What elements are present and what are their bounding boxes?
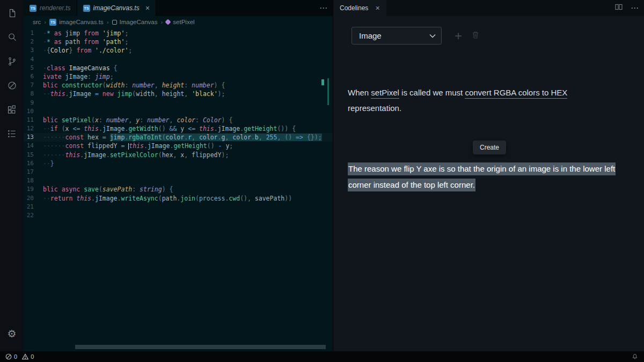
note-selected[interactable]: The reason we flip Y axe is so that the … <box>348 161 638 193</box>
code-token: jimp <box>62 29 84 37</box>
extensions-icon[interactable] <box>0 98 24 122</box>
notifications-bell[interactable] <box>631 353 639 360</box>
code-token: . <box>99 125 103 132</box>
line-number: 18 <box>24 176 43 185</box>
code-text <box>43 55 333 64</box>
code-line[interactable]: 7blic constructor(width: number, height:… <box>24 81 333 90</box>
outline-icon[interactable] <box>0 122 24 146</box>
explorer-icon[interactable] <box>0 1 24 25</box>
breadcrumb-src[interactable]: src <box>33 19 41 25</box>
code-token: path <box>62 38 84 46</box>
code-token: ( <box>162 134 166 141</box>
code-line[interactable]: 22 <box>24 211 333 220</box>
code-token: const <box>65 134 84 141</box>
note-primary[interactable]: When setPixel is called we must convert … <box>348 85 600 116</box>
code-line[interactable]: 3·{Color} from './color'; <box>24 46 333 55</box>
breadcrumb: src › TS imageCanvas.ts › ImageCanvas › … <box>24 16 333 28</box>
horizontal-scrollbar[interactable] <box>75 345 326 349</box>
trash-icon[interactable] <box>471 30 480 42</box>
code-line[interactable]: 8··this.jImage = new jimp(width, height,… <box>24 90 333 98</box>
breadcrumb-class-label: ImageCanvas <box>120 19 158 25</box>
code-line[interactable]: 2·* as path from 'path'; <box>24 38 333 46</box>
code-line[interactable]: 21 <box>24 203 333 211</box>
add-button[interactable]: + <box>455 29 462 42</box>
line-number: 11 <box>24 116 43 124</box>
code-line[interactable]: 19blic async save(savePath: string) { <box>24 185 333 194</box>
code-token: { <box>229 116 232 124</box>
code-token: ; <box>125 29 128 37</box>
code-token <box>99 29 103 37</box>
code-line[interactable]: 18 <box>24 176 333 185</box>
code-line[interactable]: 6ivate jImage: jimp; <box>24 72 333 81</box>
code-line[interactable]: 13······const hex = jimp.rgbaToInt(color… <box>24 133 333 142</box>
code-token: color <box>195 134 218 141</box>
image-dropdown[interactable]: Image <box>352 27 442 45</box>
code-token: && <box>170 125 177 132</box>
code-line[interactable]: 1·* as jimp from 'jimp'; <box>24 29 333 38</box>
code-token: b <box>255 134 259 141</box>
close-tab-icon[interactable]: × <box>375 4 379 12</box>
code-editor[interactable]: 1·* as jimp from 'jimp';2·* as path from… <box>24 28 333 351</box>
code-token: getWidth <box>128 125 158 132</box>
code-token: () <box>207 142 215 150</box>
line-number: 2 <box>24 38 43 46</box>
editor-more-actions-icon[interactable]: ⋯ <box>319 0 327 16</box>
code-token <box>91 90 95 98</box>
code-token: height <box>162 82 185 89</box>
tab-renderer-ts[interactable]: TS renderer.ts <box>24 0 77 16</box>
breadcrumb-file[interactable]: TS imageCanvas.ts <box>49 19 103 26</box>
code-token: blic <box>43 116 58 124</box>
search-icon[interactable] <box>0 25 24 49</box>
code-line[interactable]: 12··if (x <= this.jImage.getWidth() && y… <box>24 124 333 133</box>
line-number: 10 <box>24 107 43 116</box>
line-number: 8 <box>24 90 43 98</box>
code-line[interactable]: 9 <box>24 99 333 107</box>
split-editor-icon[interactable] <box>614 3 623 13</box>
code-line[interactable]: 5·class ImageCanvas { <box>24 64 333 72</box>
code-token: save <box>84 186 99 193</box>
tab-imagecanvas-ts[interactable]: TS imageCanvas.ts × <box>77 0 156 16</box>
code-token: ( <box>99 186 103 193</box>
create-button[interactable]: Create <box>473 141 506 154</box>
breadcrumb-method[interactable]: setPixel <box>166 19 194 25</box>
code-line[interactable]: 16··} <box>24 159 333 168</box>
problems-indicator[interactable]: 0 0 <box>5 353 36 360</box>
error-icon <box>5 353 12 360</box>
code-token: . <box>144 142 148 150</box>
code-token <box>262 134 266 141</box>
warning-count: 0 <box>31 353 34 360</box>
code-token: () <box>158 125 166 132</box>
code-token: * <box>47 38 50 46</box>
breadcrumb-class[interactable]: ImageCanvas <box>112 19 158 25</box>
code-line[interactable]: 10 <box>24 107 333 116</box>
settings-gear-icon[interactable]: ⚙ <box>0 322 24 346</box>
code-token: jImage <box>65 73 88 80</box>
code-token <box>106 134 110 141</box>
code-line[interactable]: 20··return this.jImage.writeAsync(path.j… <box>24 194 333 203</box>
bell-icon <box>631 353 639 360</box>
close-tab-icon[interactable]: × <box>145 4 150 12</box>
highlighted-text: corner instead of the top left corner. <box>348 179 475 191</box>
panel-more-actions-icon[interactable]: ⋯ <box>631 3 639 13</box>
code-line[interactable]: 17 <box>24 168 333 176</box>
code-token: * <box>47 29 50 37</box>
code-token: , <box>155 82 158 89</box>
code-line[interactable]: 15······this.jImage.setPixelColor(hex, x… <box>24 151 333 159</box>
source-control-icon[interactable] <box>0 49 24 73</box>
code-token <box>215 142 218 150</box>
code-token: . <box>106 151 110 159</box>
code-line[interactable]: 11blic setPixel(x: number, y: number, co… <box>24 116 333 124</box>
code-token: setPixelColor <box>110 151 158 159</box>
code-token: 255 <box>266 134 277 141</box>
circle-slash-icon[interactable] <box>0 73 24 98</box>
code-token: { <box>47 47 50 54</box>
warning-icon <box>22 353 28 360</box>
tab-codelines[interactable]: Codelines × <box>333 0 386 16</box>
editor-group: TS renderer.ts TS imageCanvas.ts × ⋯ src… <box>24 0 333 351</box>
code-lines: 1·* as jimp from 'jimp';2·* as path from… <box>24 29 333 220</box>
breadcrumb-separator: › <box>160 19 163 25</box>
code-line[interactable]: 14······const flippedY = this.jImage.get… <box>24 142 333 150</box>
code-token: jImage <box>69 90 92 98</box>
code-line[interactable]: 4 <box>24 55 333 64</box>
code-token: constructor <box>62 82 103 89</box>
